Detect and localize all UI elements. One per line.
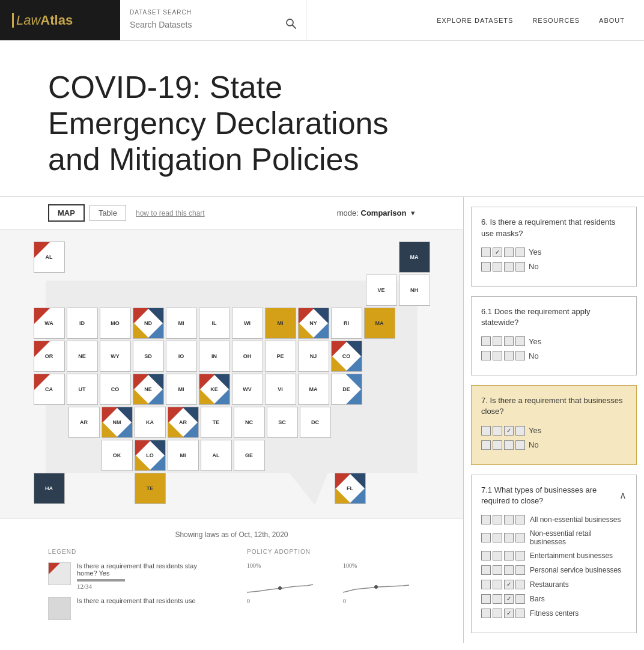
q6-1-no-cb1[interactable] [481,351,491,360]
map-button[interactable]: MAP [48,204,85,222]
state-cell-AR-5[interactable]: AR [68,407,100,438]
bt-cb-0-3[interactable] [504,515,514,524]
bt-cb-5-2[interactable] [493,594,502,604]
state-cell-IO-3[interactable]: IO [166,341,197,372]
q6-1-yes-cb1[interactable] [481,336,491,346]
bt-cb-2-1[interactable] [481,551,491,560]
q7-yes-cb2[interactable] [493,426,502,436]
bt-cb-5-3[interactable] [504,594,514,604]
q7-no-cb3[interactable] [504,440,514,450]
q7-no-cb2[interactable] [493,440,502,450]
bt-cb-2-3[interactable] [504,551,514,560]
state-cell-KE-4[interactable]: KE [199,374,230,405]
bt-cb-0-1[interactable] [481,515,491,524]
collapse-icon[interactable]: ∧ [619,490,627,501]
state-cell-PE-3[interactable]: PE [265,341,296,372]
bt-cb-2-4[interactable] [515,551,525,560]
q7-yes-cb4[interactable] [515,426,525,436]
state-cell-ND-2[interactable]: ND [133,308,164,339]
state-cell-CO-4[interactable]: CO [100,374,131,405]
search-input[interactable] [130,20,281,29]
state-cell-RI-2[interactable]: RI [331,308,362,339]
q7-yes-cb3[interactable] [504,426,514,436]
nav-explore-datasets[interactable]: EXPLORE DATASETS [437,17,513,24]
state-cell-SC-5[interactable]: SC [267,407,298,438]
state-cell-NJ-3[interactable]: NJ [298,341,329,372]
state-cell-CA-4[interactable]: CA [34,374,65,405]
state-cell-NE-4[interactable]: NE [133,374,164,405]
state-cell-MA-2[interactable]: MA [364,308,395,339]
state-cell-GE-6[interactable]: GE [234,440,265,471]
q6-1-yes-cb2[interactable] [493,336,502,346]
bt-cb-2-2[interactable] [493,551,502,560]
bt-cb-1-1[interactable] [481,533,491,542]
q6-1-yes-cb4[interactable] [515,336,525,346]
state-cell-AL-0[interactable]: AL [34,241,65,273]
state-cell-TE-5[interactable]: TE [201,407,232,438]
state-cell-NM-5[interactable]: NM [102,407,133,438]
state-cell-VE-1[interactable]: VE [366,275,397,306]
state-cell-OK-6[interactable]: OK [102,440,133,471]
bt-cb-3-1[interactable] [481,565,491,575]
search-button[interactable] [285,18,296,31]
state-cell-MI-4[interactable]: MI [166,374,197,405]
how-to-link[interactable]: how to read this chart [136,209,205,217]
bt-cb-4-3[interactable] [504,580,514,589]
bt-cb-1-2[interactable] [493,533,502,542]
state-cell-ID-2[interactable]: ID [67,308,98,339]
state-cell-AL-6[interactable]: AL [201,440,232,471]
state-cell-AR-5[interactable]: AR [168,407,199,438]
q6-1-yes-cb3[interactable] [504,336,514,346]
state-cell-IN-3[interactable]: IN [199,341,230,372]
state-cell-WI-2[interactable]: WI [232,308,263,339]
nav-about[interactable]: ABOUT [599,17,625,24]
bt-cb-5-4[interactable] [515,594,525,604]
state-cell-NE-3[interactable]: NE [67,341,98,372]
state-cell-IL-2[interactable]: IL [199,308,230,339]
state-cell-NY-2[interactable]: NY [298,308,329,339]
state-cell-HA-7[interactable]: HA [34,473,65,504]
state-cell-UT-4[interactable]: UT [67,374,98,405]
bt-cb-1-3[interactable] [504,533,514,542]
q6-no-cb2[interactable] [493,262,502,272]
bt-cb-6-2[interactable] [493,609,502,618]
q6-1-no-cb2[interactable] [493,351,502,360]
state-cell-MA-4[interactable]: MA [298,374,329,405]
bt-cb-4-2[interactable] [493,580,502,589]
q6-cb1[interactable] [481,248,491,257]
state-cell-NC-5[interactable]: NC [234,407,265,438]
mode-chevron-icon[interactable]: ▾ [411,208,415,217]
bt-cb-6-1[interactable] [481,609,491,618]
q6-1-no-cb4[interactable] [515,351,525,360]
state-cell-NH-1[interactable]: NH [399,275,430,306]
state-cell-DE-4[interactable]: DE [331,374,362,405]
state-cell-SD-3[interactable]: SD [133,341,164,372]
bt-cb-3-2[interactable] [493,565,502,575]
bt-cb-3-4[interactable] [515,565,525,575]
state-cell-MI-2[interactable]: MI [166,308,197,339]
q6-no-cb3[interactable] [504,262,514,272]
bt-cb-4-1[interactable] [481,580,491,589]
state-cell-WY-3[interactable]: WY [100,341,131,372]
nav-resources[interactable]: RESOURCES [532,17,580,24]
bt-cb-5-1[interactable] [481,594,491,604]
bt-cb-0-4[interactable] [515,515,525,524]
bt-cb-0-2[interactable] [493,515,502,524]
state-cell-WV-4[interactable]: WV [232,374,263,405]
table-button[interactable]: Table [90,205,126,221]
q6-1-no-cb3[interactable] [504,351,514,360]
q7-yes-cb1[interactable] [481,426,491,436]
q6-no-cb1[interactable] [481,262,491,272]
q7-no-cb4[interactable] [515,440,525,450]
state-cell-FL-7[interactable]: FL [335,473,366,504]
state-cell-MI-2[interactable]: MI [265,308,296,339]
state-cell-MA-0[interactable]: MA [399,241,430,273]
state-cell-CO-3[interactable]: CO [331,341,362,372]
q6-cb2[interactable] [493,248,502,257]
q6-cb3[interactable] [504,248,514,257]
state-cell-DC-5[interactable]: DC [300,407,331,438]
bt-cb-6-4[interactable] [515,609,525,618]
bt-cb-3-3[interactable] [504,565,514,575]
state-cell-OR-3[interactable]: OR [34,341,65,372]
q7-no-cb1[interactable] [481,440,491,450]
